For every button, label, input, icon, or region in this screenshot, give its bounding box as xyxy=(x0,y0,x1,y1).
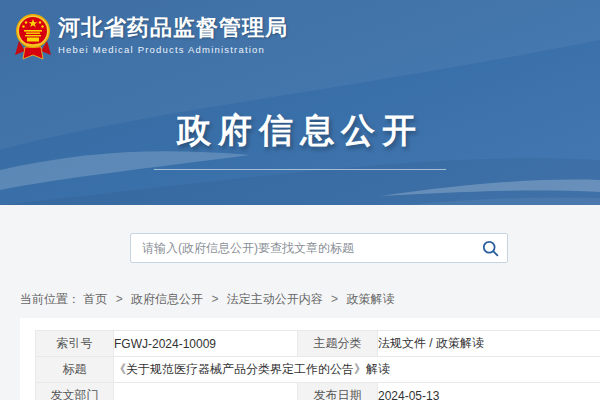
breadcrumb-label: 当前位置： xyxy=(20,292,80,306)
meta-value-issuing-department xyxy=(114,383,298,400)
breadcrumb-separator: > xyxy=(211,292,218,306)
search-bar xyxy=(130,233,508,263)
article-meta-card: 索引号 FGWJ-2024-10009 主题分类 法规文件 / 政策解读 标题 … xyxy=(20,318,600,400)
breadcrumb-separator: > xyxy=(331,292,338,306)
breadcrumb-separator: > xyxy=(116,292,123,306)
meta-value-index-no: FGWJ-2024-10009 xyxy=(114,331,298,357)
table-row: 索引号 FGWJ-2024-10009 主题分类 法规文件 / 政策解读 xyxy=(36,331,600,357)
meta-label-issuing-department: 发文部门 xyxy=(36,383,114,400)
breadcrumb-item-info-disclosure[interactable]: 政府信息公开 xyxy=(131,292,203,306)
meta-label-title: 标题 xyxy=(36,357,114,383)
breadcrumb-item-policy-interpretation[interactable]: 政策解读 xyxy=(346,292,394,306)
breadcrumb-item-statutory-content[interactable]: 法定主动公开内容 xyxy=(227,292,323,306)
search-icon xyxy=(482,240,499,257)
banner-underline xyxy=(154,169,446,170)
site-logo: 河北省药品监督管理局 Hebei Medical Products Admini… xyxy=(15,11,288,61)
meta-label-publish-date: 发布日期 xyxy=(298,383,378,400)
national-emblem-icon xyxy=(15,11,51,61)
meta-label-index-no: 索引号 xyxy=(36,331,114,357)
search-input[interactable] xyxy=(131,234,473,262)
article-meta-table: 索引号 FGWJ-2024-10009 主题分类 法规文件 / 政策解读 标题 … xyxy=(35,330,600,400)
meta-value-topic-category: 法规文件 / 政策解读 xyxy=(378,331,600,357)
org-name-en: Hebei Medical Products Administration xyxy=(58,44,288,55)
table-row: 标题 《关于规范医疗器械产品分类界定工作的公告》解读 xyxy=(36,357,600,383)
org-name-cn: 河北省药品监督管理局 xyxy=(58,15,288,41)
table-row: 发文部门 发布日期 2024-05-13 xyxy=(36,383,600,400)
breadcrumb: 当前位置： 首页 > 政府信息公开 > 法定主动公开内容 > 政策解读 xyxy=(20,291,394,308)
header-banner: 河北省药品监督管理局 Hebei Medical Products Admini… xyxy=(0,0,600,205)
meta-value-publish-date: 2024-05-13 xyxy=(378,383,600,400)
search-button[interactable] xyxy=(473,234,507,262)
breadcrumb-item-home[interactable]: 首页 xyxy=(83,292,107,306)
page-title: 政府信息公开 xyxy=(0,108,600,154)
meta-label-topic-category: 主题分类 xyxy=(298,331,378,357)
meta-value-title: 《关于规范医疗器械产品分类界定工作的公告》解读 xyxy=(114,357,600,383)
